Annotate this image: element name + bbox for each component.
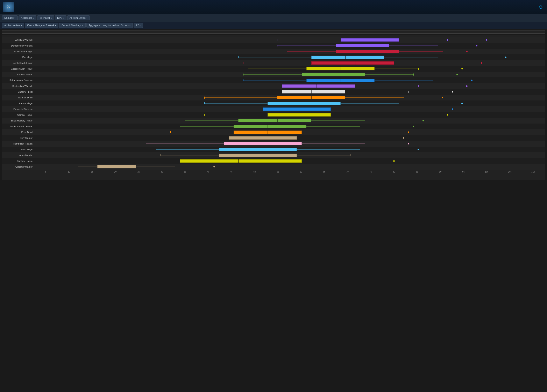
- spec-chart-area: [34, 77, 545, 83]
- nav-btn-all-bosses[interactable]: All Bosses ▾: [19, 15, 36, 20]
- spec-chart-area: [34, 83, 545, 89]
- box-plot: [34, 131, 545, 134]
- spec-label: Frost Mage: [2, 148, 34, 151]
- box-plot: [34, 148, 545, 151]
- box-plot: [34, 38, 545, 41]
- nav-btn-25-player[interactable]: 25 Player ▾: [37, 15, 54, 20]
- spec-label: Retribution Paladin: [2, 143, 34, 145]
- spec-chart-area: [34, 43, 545, 48]
- outlier-dot: [213, 166, 215, 168]
- chart-row: Fire Mage: [2, 54, 545, 60]
- x-tick: 40: [197, 171, 220, 173]
- primary-nav: Damage ▾All Bosses ▾25 Player ▾DPS ▾All …: [0, 14, 547, 22]
- x-tick: 30: [150, 171, 173, 173]
- x-tick: 65: [313, 171, 336, 173]
- x-tick: 15: [81, 171, 104, 173]
- box-plot: [34, 73, 545, 76]
- nav2-btn-all-percentiles[interactable]: All Percentiles ▾: [2, 23, 24, 28]
- chart-row: Unholy Death Knight: [2, 60, 545, 66]
- box-plot: [34, 79, 545, 82]
- x-tick: 90: [429, 171, 452, 173]
- outlier-dot: [466, 85, 468, 87]
- spec-chart-area: [34, 129, 545, 135]
- box-plot: [34, 125, 545, 128]
- spec-label: Arms Warrior: [2, 154, 34, 157]
- box-plot: [34, 55, 545, 59]
- chart-row: Frost Death Knight: [2, 48, 545, 54]
- box-plot: [34, 96, 545, 99]
- outlier-dot: [505, 57, 506, 58]
- spec-label: Frost Death Knight: [2, 50, 34, 53]
- chart-row: Subtlety Rogue: [2, 158, 545, 164]
- box-plot: [34, 142, 545, 145]
- chart-row: Shadow Priest: [2, 89, 545, 95]
- spec-chart-area: [34, 135, 545, 141]
- box-plot: [34, 102, 545, 105]
- box-plot: [34, 44, 545, 47]
- spec-label: Subtlety Rogue: [2, 160, 34, 162]
- chart-row: Frost Mage: [2, 147, 545, 152]
- x-tick: 75: [359, 171, 382, 173]
- spec-label: Gladiator Warrior: [2, 165, 34, 168]
- spec-chart-area: [34, 164, 545, 170]
- spec-label: Balance Druid: [2, 96, 34, 99]
- box-plot: [34, 108, 545, 111]
- x-tick: 20: [104, 171, 127, 173]
- outlier-dot: [466, 51, 468, 52]
- x-tick: 10: [57, 171, 81, 173]
- chart-row: Balance Druid: [2, 95, 545, 100]
- spec-label: Elemental Shaman: [2, 108, 34, 110]
- nav2-btn-p2[interactable]: P2 ▾: [134, 23, 143, 28]
- chart-row: Retribution Paladin: [2, 141, 545, 147]
- nav-btn-dps[interactable]: DPS ▾: [55, 15, 67, 20]
- spec-label: Combat Rogue: [2, 114, 34, 116]
- chart-row: Affliction Warlock: [2, 37, 545, 43]
- x-tick: 100: [475, 171, 499, 173]
- box-plot: [34, 136, 545, 140]
- x-tick: 25: [127, 171, 150, 173]
- spec-label: Affliction Warlock: [2, 39, 34, 41]
- x-tick: 80: [382, 171, 405, 173]
- nav-btn-damage[interactable]: Damage ▾: [2, 15, 18, 20]
- outlier-dot: [417, 149, 419, 150]
- chart-container: Affliction WarlockDemonology WarlockFros…: [2, 35, 545, 180]
- outlier-dot: [442, 97, 443, 98]
- spec-label: Assassination Rogue: [2, 68, 34, 70]
- chart-row: Marksmanship Hunter: [2, 124, 545, 129]
- chart-row: Survival Hunter: [2, 72, 545, 77]
- spec-label: Fire Mage: [2, 56, 34, 58]
- spec-label: Beast Mastery Hunter: [2, 119, 34, 122]
- x-tick: 60: [289, 171, 313, 173]
- outlier-dot: [423, 120, 424, 122]
- spec-chart-area: [34, 95, 545, 100]
- box-plot: [34, 67, 545, 70]
- box-plot: [34, 90, 545, 93]
- progress-link[interactable]: 🌐: [539, 5, 544, 9]
- x-tick: 105: [498, 171, 521, 173]
- x-tick: 85: [405, 171, 429, 173]
- spec-label: Destruction Warlock: [2, 85, 34, 87]
- outlier-dot: [461, 103, 463, 104]
- x-tick: 110: [521, 171, 545, 173]
- x-tick: 35: [173, 171, 197, 173]
- spec-chart-area: [34, 48, 545, 54]
- chart-row: Demonology Warlock: [2, 43, 545, 48]
- nav2-btn-aggregate-using-normalized-scores[interactable]: Aggregate Using Normalized Scores ▾: [86, 23, 133, 28]
- nav2-btn-current-standings[interactable]: Current Standings ▾: [59, 23, 86, 28]
- spec-label: Survival Hunter: [2, 73, 34, 76]
- spec-chart-area: [34, 147, 545, 152]
- outlier-dot: [452, 91, 453, 93]
- spec-label: Fury Warrior: [2, 137, 34, 139]
- spec-label: Unholy Death Knight: [2, 62, 34, 64]
- info-message: [2, 30, 545, 34]
- spec-chart-area: [34, 141, 545, 147]
- x-tick: 45: [220, 171, 243, 173]
- outlier-dot: [481, 62, 482, 64]
- box-plot: [34, 154, 545, 157]
- x-tick: 70: [336, 171, 359, 173]
- outlier-dot: [393, 160, 395, 162]
- spec-chart-area: [34, 37, 545, 43]
- spec-label: Arcane Mage: [2, 102, 34, 105]
- nav-btn-all-item-levels[interactable]: All Item Levels ▾: [67, 15, 90, 20]
- nav2-btn-over-a-range-of-1-week[interactable]: Over a Range of 1 Week ▾: [25, 23, 58, 28]
